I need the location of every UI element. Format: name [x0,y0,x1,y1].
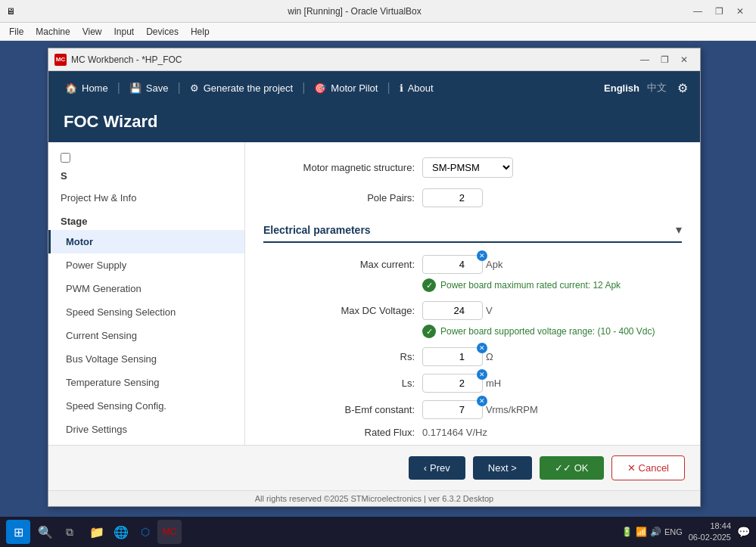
sidebar-hw-info[interactable]: Project Hw & Info [48,186,244,210]
nav-generate[interactable]: ⚙ Generate the project [182,78,301,98]
nav-about[interactable]: ℹ About [392,78,441,98]
max-current-clear-btn[interactable]: ✕ [477,250,487,261]
menu-view[interactable]: View [76,25,108,39]
ls-control: ✕ mH [422,374,501,393]
max-dc-validation-text: Power board supported voltage range: (10… [440,326,655,337]
nav-save-label: Save [146,82,169,94]
checkbox-item-1 [48,150,244,166]
rs-input[interactable] [422,347,483,366]
next-button[interactable]: Next > [473,456,532,480]
notification-icon[interactable]: 💬 [737,526,750,538]
lang-chinese[interactable]: 中文 [647,81,667,95]
mc-close-btn[interactable]: ✕ [674,52,694,67]
sidebar-item-bus-voltage[interactable]: Bus Voltage Sensing [48,347,244,371]
ls-label: Ls: [263,378,415,389]
bemf-row: B-Emf constant: ✕ Vrms/kRPM [263,400,682,419]
vbox-close-btn[interactable]: ✕ [730,4,750,19]
nav-home[interactable]: 🏠 Home [58,78,116,98]
start-button[interactable]: ⊞ [6,520,30,544]
ls-unit: mH [486,378,501,389]
ls-clear-btn[interactable]: ✕ [477,369,487,380]
rs-unit: Ω [486,351,493,362]
mc-workbench-window: MC MC Workbench - *HP_FOC — ❐ ✕ 🏠 Home |… [48,48,701,507]
taskbar-explorer[interactable]: 📁 [85,520,109,544]
rated-flux-control: 0.171464 V/Hz [422,427,487,438]
check-icon-2: ✓ [422,325,436,338]
max-current-label: Max current: [263,259,415,270]
nav-motor-pilot[interactable]: 🎯 Motor Pilot [306,78,385,98]
prev-button[interactable]: ‹ Prev [409,456,465,480]
mc-minimize-btn[interactable]: — [635,52,655,67]
cancel-button[interactable]: ✕ Cancel [611,455,685,480]
sidebar-bus-voltage-label: Bus Voltage Sensing [66,353,157,365]
taskbar-vscode[interactable]: ⬡ [133,520,157,544]
taskbar-taskview[interactable]: ⧉ [58,520,82,544]
electrical-section-toggle[interactable]: ▾ [676,222,682,237]
menu-file[interactable]: File [3,25,30,39]
vbox-minimize-btn[interactable]: — [688,4,708,19]
rated-flux-label: Rated Flux: [263,427,415,438]
motor-structure-select[interactable]: SM-PMSM IPM SPM [422,157,513,178]
taskbar-edge[interactable]: 🌐 [109,520,133,544]
vbox-window-title: win [Running] - Oracle VirtualBox [21,6,688,17]
max-current-control: ✕ Apk [422,255,502,274]
nav-home-label: Home [82,82,108,94]
bemf-clear-btn[interactable]: ✕ [477,396,487,406]
ls-input[interactable] [422,374,483,393]
nav-separator-3: | [302,81,305,95]
sidebar-item-speed-sensing[interactable]: Speed Sensing Selection [48,300,244,324]
max-dc-voltage-input[interactable] [422,301,483,320]
prev-icon: ‹ [424,462,427,474]
max-current-row: Max current: ✕ Apk [263,255,682,274]
bemf-label: B-Emf constant: [263,404,415,415]
sidebar-item-speed-config[interactable]: Speed Sensing Config. [48,394,244,418]
sidebar-item-temperature[interactable]: Temperature Sensing [48,371,244,394]
nav-separator-1: | [117,81,120,95]
nav-save[interactable]: 💾 Save [122,78,176,98]
max-current-validation-text: Power board maximum rated current: 12 Ap… [440,280,621,291]
mc-restore-btn[interactable]: ❐ [655,52,674,67]
settings-icon[interactable]: ⚙ [674,78,691,98]
sidebar-item-current-sensing[interactable]: Current Sensing [48,324,244,347]
menu-devices[interactable]: Devices [140,25,185,39]
page-header: FOC Wizard [48,104,700,142]
bemf-input[interactable] [422,400,483,419]
nav-motor-pilot-label: Motor Pilot [331,82,378,94]
rs-row: Rs: ✕ Ω [263,347,682,366]
electrical-section-title: Electrical parameters [263,224,371,236]
rs-clear-btn[interactable]: ✕ [477,343,487,353]
sidebar-item-power-supply[interactable]: Power Supply [48,253,244,277]
menu-help[interactable]: Help [185,25,216,39]
stage-label: S [61,170,67,182]
ok-button[interactable]: ✓✓ OK [540,456,604,480]
next-label: Next > [488,462,517,474]
nav-generate-label: Generate the project [204,82,294,94]
taskbar-time: 18:44 [689,521,731,532]
max-current-input[interactable] [422,255,483,274]
lang-english[interactable]: English [604,82,639,94]
menu-input[interactable]: Input [108,25,141,39]
page-title: FOC Wizard [64,112,685,132]
footer: ‹ Prev Next > ✓✓ OK ✕ Cancel [48,445,700,490]
vbox-restore-btn[interactable]: ❐ [709,4,729,19]
form-area: Motor magnetic structure: SM-PMSM IPM SP… [245,142,700,445]
rated-flux-row: Rated Flux: 0.171464 V/Hz [263,427,682,438]
sidebar-item-pwm[interactable]: PWM Generation [48,277,244,300]
checkbox-1[interactable] [61,153,70,163]
bemf-unit: Vrms/kRPM [486,404,538,415]
sidebar: S Project Hw & Info Stage Motor Power Su… [48,142,245,445]
vbox-window-icon: 🖥 [6,6,15,17]
motor-structure-label: Motor magnetic structure: [263,162,415,173]
sidebar-item-motor[interactable]: Motor [48,230,244,253]
battery-icon: 🔋 [621,527,633,537]
pole-pairs-input[interactable] [422,188,483,207]
taskbar-search[interactable]: 🔍 [33,520,58,544]
taskbar-app[interactable]: MC [157,520,182,544]
sidebar-item-drive-settings[interactable]: Drive Settings [48,418,244,441]
electrical-section-header: Electrical parameters ▾ [263,222,682,243]
prev-label: Prev [430,462,450,474]
rs-control: ✕ Ω [422,347,493,366]
sidebar-temperature-label: Temperature Sensing [66,377,160,388]
menu-machine[interactable]: Machine [30,25,76,39]
sidebar-motor-label: Motor [66,236,93,247]
